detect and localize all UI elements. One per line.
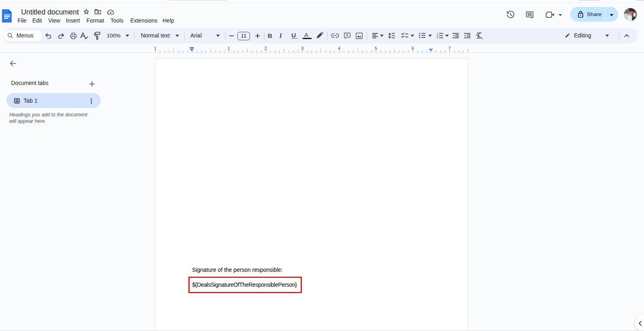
- svg-text:3: 3: [437, 36, 438, 39]
